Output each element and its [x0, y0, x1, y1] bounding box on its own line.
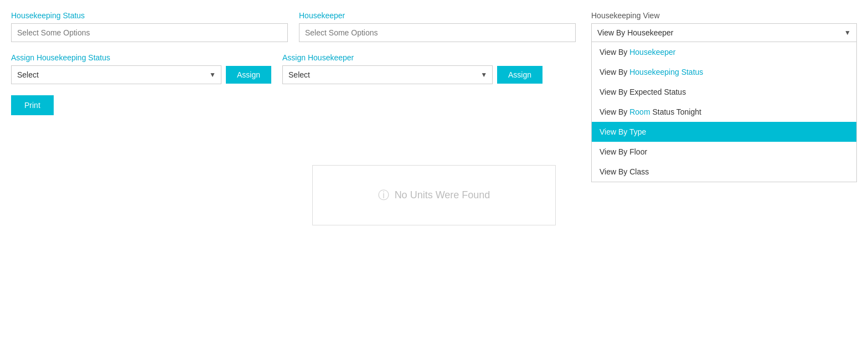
- housekeeping-view-chevron-icon: ▼: [844, 29, 851, 37]
- housekeeping-status-group: Housekeeping Status: [11, 11, 288, 42]
- no-units-box: ⓘ No Units Were Found: [312, 165, 556, 225]
- main-layout: Housekeeping Status Housekeeper Assign H…: [11, 11, 857, 225]
- page-container: Housekeeping Status Housekeeper Assign H…: [11, 11, 857, 225]
- no-units-message: No Units Were Found: [395, 189, 490, 201]
- housekeeping-view-container: Housekeeping View View By Housekeeper ▼ …: [591, 11, 857, 42]
- housekeeper-input[interactable]: [299, 23, 576, 42]
- assign-housekeeper-label: Assign Housekeeper: [282, 53, 542, 62]
- assign-housekeeper-select[interactable]: Select: [282, 65, 493, 84]
- housekeeper-group: Housekeeper: [299, 11, 576, 42]
- housekeeping-view-selected[interactable]: View By Housekeeper ▼: [591, 23, 857, 42]
- housekeeping-view-selected-text: View By Housekeeper: [597, 28, 673, 37]
- dropdown-item-housekeeper[interactable]: View By Housekeeper: [592, 42, 856, 62]
- dropdown-item-housekeeping-status[interactable]: View By Housekeeping Status: [592, 62, 856, 82]
- housekeeping-status-input[interactable]: [11, 23, 288, 42]
- assign-housekeeping-status-button[interactable]: Assign: [226, 66, 271, 84]
- dropdown-item-expected-status[interactable]: View By Expected Status: [592, 82, 856, 102]
- assign-housekeeping-status-label: Assign Housekeeping Status: [11, 53, 271, 62]
- assign-housekeeper-row: Select ▼ Assign: [282, 65, 542, 84]
- no-units-icon: ⓘ: [378, 188, 389, 203]
- print-button[interactable]: Print: [11, 95, 54, 115]
- assign-housekeeping-status-select-wrapper: Select ▼: [11, 65, 221, 84]
- assign-housekeeping-status-group: Assign Housekeeping Status Select ▼ Assi…: [11, 53, 271, 84]
- assign-housekeeper-button[interactable]: Assign: [497, 66, 542, 84]
- housekeeping-status-label: Housekeeping Status: [11, 11, 288, 20]
- housekeeping-view-label: Housekeeping View: [591, 11, 857, 20]
- dropdown-item-floor[interactable]: View By Floor: [592, 142, 856, 162]
- housekeeping-view-dropdown-list: View By HousekeeperView By Housekeeping …: [591, 42, 857, 182]
- assign-housekeeping-status-row: Select ▼ Assign: [11, 65, 271, 84]
- assign-housekeeping-status-select[interactable]: Select: [11, 65, 221, 84]
- dropdown-item-class[interactable]: View By Class: [592, 162, 856, 182]
- assign-housekeeper-select-wrapper: Select ▼: [282, 65, 493, 84]
- dropdown-item-room-status-tonight[interactable]: View By Room Status Tonight: [592, 102, 856, 122]
- dropdown-item-type[interactable]: View By Type: [592, 122, 856, 142]
- housekeeper-label: Housekeeper: [299, 11, 576, 20]
- assign-housekeeper-group: Assign Housekeeper Select ▼ Assign: [282, 53, 542, 84]
